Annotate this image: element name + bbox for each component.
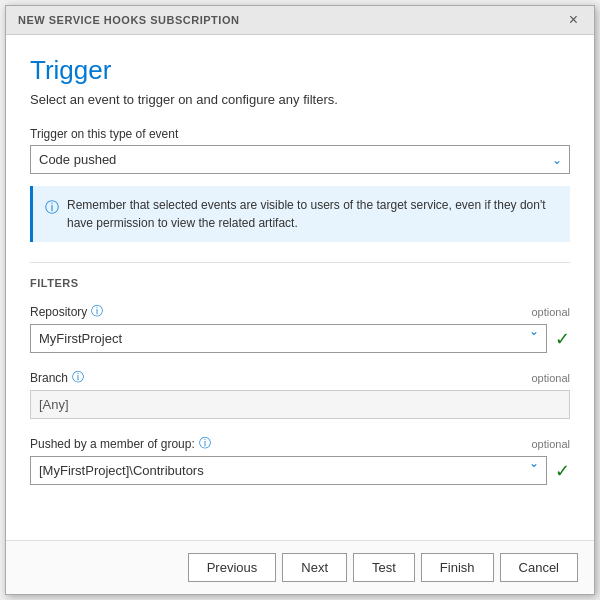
branch-optional: optional <box>531 372 570 384</box>
dialog-header-title: NEW SERVICE HOOKS SUBSCRIPTION <box>18 14 239 26</box>
dialog-footer: Previous Next Test Finish Cancel <box>6 540 594 594</box>
group-info-icon[interactable]: ⓘ <box>199 435 211 452</box>
trigger-label: Trigger on this type of event <box>30 127 570 141</box>
group-label: Pushed by a member of group: ⓘ <box>30 435 211 452</box>
repository-label: Repository ⓘ <box>30 303 103 320</box>
branch-filter: Branch ⓘ optional <box>30 369 570 419</box>
trigger-section: Trigger on this type of event Code pushe… <box>30 127 570 174</box>
branch-label-row: Branch ⓘ optional <box>30 369 570 386</box>
info-message: Remember that selected events are visibl… <box>67 196 558 232</box>
close-button[interactable]: × <box>565 12 582 28</box>
finish-button[interactable]: Finish <box>421 553 494 582</box>
repository-label-row: Repository ⓘ optional <box>30 303 570 320</box>
info-icon: ⓘ <box>45 197 59 218</box>
dialog-body: Trigger Select an event to trigger on an… <box>6 35 594 540</box>
previous-button[interactable]: Previous <box>188 553 277 582</box>
group-label-row: Pushed by a member of group: ⓘ optional <box>30 435 570 452</box>
dialog-container: NEW SERVICE HOOKS SUBSCRIPTION × Trigger… <box>5 5 595 595</box>
branch-info-icon[interactable]: ⓘ <box>72 369 84 386</box>
page-title: Trigger <box>30 55 570 86</box>
group-optional: optional <box>531 438 570 450</box>
repository-filter: Repository ⓘ optional MyFirstProject ⌄ ✓ <box>30 303 570 353</box>
repository-optional: optional <box>531 306 570 318</box>
repository-check-icon: ✓ <box>555 328 570 350</box>
repository-select[interactable]: MyFirstProject <box>30 324 547 353</box>
group-select-inner: [MyFirstProject]\Contributors ⌄ <box>30 456 547 485</box>
group-filter: Pushed by a member of group: ⓘ optional … <box>30 435 570 485</box>
branch-input[interactable] <box>30 390 570 419</box>
trigger-select[interactable]: Code pushed <box>30 145 570 174</box>
group-select[interactable]: [MyFirstProject]\Contributors <box>30 456 547 485</box>
repository-select-inner: MyFirstProject ⌄ <box>30 324 547 353</box>
repository-select-wrapper: MyFirstProject ⌄ ✓ <box>30 324 570 353</box>
trigger-select-wrapper: Code pushed ⌄ <box>30 145 570 174</box>
page-subtitle: Select an event to trigger on and config… <box>30 92 570 107</box>
group-check-icon: ✓ <box>555 460 570 482</box>
info-box: ⓘ Remember that selected events are visi… <box>30 186 570 242</box>
repository-info-icon[interactable]: ⓘ <box>91 303 103 320</box>
group-select-wrapper: [MyFirstProject]\Contributors ⌄ ✓ <box>30 456 570 485</box>
branch-label: Branch ⓘ <box>30 369 84 386</box>
test-button[interactable]: Test <box>353 553 415 582</box>
next-button[interactable]: Next <box>282 553 347 582</box>
filters-header: FILTERS <box>30 262 570 289</box>
cancel-button[interactable]: Cancel <box>500 553 578 582</box>
dialog-header: NEW SERVICE HOOKS SUBSCRIPTION × <box>6 6 594 35</box>
